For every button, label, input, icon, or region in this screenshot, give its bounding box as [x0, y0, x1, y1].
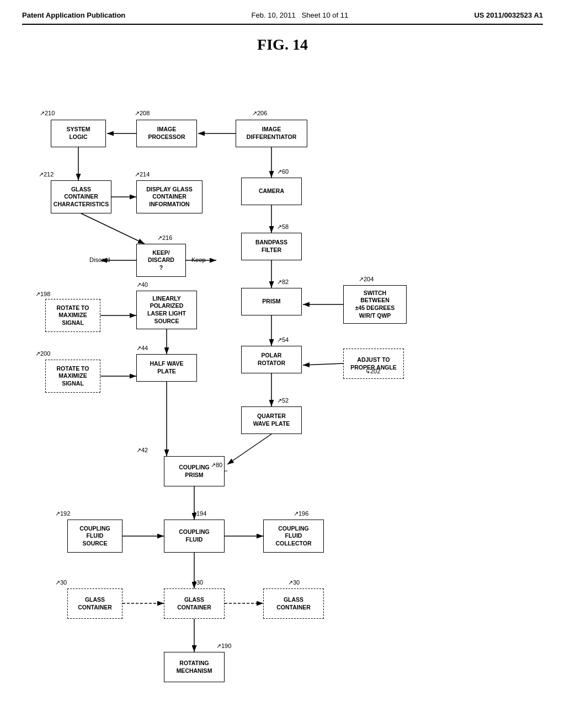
page-header: Patent Application Publication Feb. 10, …: [22, 11, 543, 25]
camera: CAMERA: [241, 178, 302, 205]
header-date-sheet: Feb. 10, 2011 Sheet 10 of 11: [252, 11, 349, 19]
ref-210: ↗210: [40, 110, 55, 117]
ref-190: ↗190: [216, 643, 231, 650]
ref-194: ↗194: [191, 510, 206, 517]
header-publication: Patent Application Publication: [22, 11, 125, 19]
glass-container-2: GLASSCONTAINER: [164, 588, 225, 619]
ref-208: ↗208: [135, 110, 150, 117]
page: Patent Application Publication Feb. 10, …: [0, 0, 565, 728]
coupling-fluid: COUPLINGFLUID: [164, 520, 225, 553]
diagram-area: SYSTEMLOGICIMAGEPROCESSORIMAGEDIFFERENTI…: [34, 70, 531, 704]
ref-212: ↗212: [39, 171, 54, 178]
ref-52: ↗52: [277, 397, 289, 404]
ref-54: ↗54: [277, 336, 289, 344]
ref-192: ↗192: [55, 510, 70, 517]
ref-42: ↗42: [136, 447, 148, 454]
svg-line-13: [81, 213, 145, 244]
rotate-maximize-2: ROTATE TOMAXIMIZESIGNAL: [45, 360, 100, 393]
ref-200: ↗200: [35, 350, 50, 357]
keep-label: Keep: [191, 256, 206, 263]
prism: PRISM: [241, 288, 302, 315]
rotate-maximize-1: ROTATE TOMAXIMIZESIGNAL: [45, 299, 100, 332]
ref-202: ↳202: [365, 368, 380, 375]
header-patent-number: US 2011/0032523 A1: [474, 11, 543, 19]
ref-30a: ↗30: [55, 579, 67, 586]
ref-216: ↗216: [157, 234, 172, 242]
switch-between: SWITCHBETWEEN±45 DEGREESW/R/T QWP: [343, 285, 407, 324]
ref-80: ↗80: [211, 462, 222, 469]
keep-discard: KEEP/DISCARD?: [136, 244, 186, 277]
display-glass: DISPLAY GLASSCONTAINERINFORMATION: [136, 180, 202, 213]
figure-title: FIG. 14: [22, 36, 543, 53]
ref-204: ↗204: [359, 276, 374, 283]
half-wave-plate: HALF WAVEPLATE: [136, 354, 197, 382]
ref-30c: ↗30: [288, 579, 300, 586]
coupling-fluid-collector: COUPLINGFLUIDCOLLECTOR: [263, 520, 324, 553]
ref-40: ↗40: [136, 281, 148, 288]
ref-198: ↗198: [35, 291, 50, 298]
ref-196: ↗196: [294, 510, 308, 517]
svg-line-12: [303, 363, 343, 365]
glass-container-3: GLASSCONTAINER: [263, 588, 324, 619]
ref-214: ↗214: [135, 171, 150, 178]
image-processor: IMAGEPROCESSOR: [136, 120, 197, 147]
bandpass-filter: BANDPASSFILTER: [241, 233, 302, 260]
ref-60: ↗60: [277, 168, 289, 175]
ref-58: ↗58: [277, 223, 289, 231]
glass-container-1: GLASSCONTAINER: [67, 588, 122, 619]
polar-rotator: POLARROTATOR: [241, 346, 302, 373]
glass-container-char: GLASSCONTAINERCHARACTERISTICS: [51, 180, 111, 213]
rotating-mechanism: ROTATINGMECHANISM: [164, 652, 225, 682]
linearly-polarized: LINEARLYPOLARIZEDLASER LIGHTSOURCE: [136, 291, 197, 329]
ref-206: ↗206: [252, 110, 267, 117]
coupling-fluid-source: COUPLINGFLUIDSOURCE: [67, 520, 122, 553]
system-logic: SYSTEMLOGIC: [51, 120, 106, 147]
svg-line-20: [227, 434, 271, 464]
ref-30b: ↗30: [191, 579, 203, 586]
quarter-wave-plate: QUARTERWAVE PLATE: [241, 406, 302, 434]
coupling-prism: COUPLINGPRISM: [164, 456, 225, 486]
discard-label: Discard: [89, 256, 110, 263]
ref-82: ↗82: [277, 279, 289, 286]
image-differentiator: IMAGEDIFFERENTIATOR: [236, 120, 307, 147]
ref-44: ↗44: [136, 345, 148, 352]
